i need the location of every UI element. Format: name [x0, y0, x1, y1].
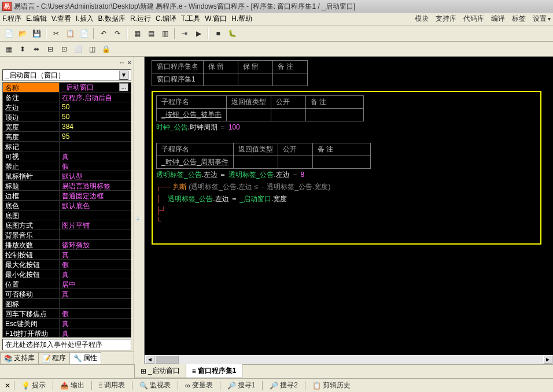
code-line-3[interactable]: ┌── 判断 (透明标签_公告.左边 ≤ －透明标签_公告.宽度): [156, 181, 537, 193]
sub2-name-cell[interactable]: _时钟_公告_周期事件: [157, 156, 234, 169]
status-search1[interactable]: 🔎搜寻1: [224, 380, 259, 390]
prop-row[interactable]: 最小化按钮真: [3, 269, 131, 279]
prop-row[interactable]: 左边50: [3, 102, 131, 112]
prop-value[interactable]: 95: [60, 132, 131, 141]
procset-name-cell[interactable]: 窗口程序集1: [152, 73, 204, 86]
status-expand-icon[interactable]: ✕: [5, 382, 10, 390]
prop-value[interactable]: [60, 210, 131, 220]
prop-value[interactable]: _启动窗口...: [60, 83, 131, 92]
prop-value[interactable]: 图片平铺: [60, 220, 131, 230]
menu-view[interactable]: V.查看: [51, 14, 71, 24]
doc-tab-window[interactable]: ⊞_启动窗口: [134, 364, 186, 378]
prop-value[interactable]: 真: [60, 151, 131, 161]
prop-row[interactable]: 鼠标指针默认型: [3, 171, 131, 181]
scroll-right-icon[interactable]: ►: [543, 356, 552, 364]
bug-icon[interactable]: 🐛: [226, 27, 238, 40]
sidebar-close-icon[interactable]: ×: [128, 59, 131, 66]
layout1-icon[interactable]: ▦: [131, 27, 143, 40]
prop-value[interactable]: [60, 230, 131, 239]
status-cliphistory[interactable]: 📋剪辑历史: [309, 380, 354, 390]
prop-value[interactable]: 假: [60, 260, 131, 269]
status-calltable[interactable]: ⦙⦙⦙调用表: [95, 380, 128, 390]
prop-row[interactable]: 可视真: [3, 151, 131, 161]
grid1-icon[interactable]: ▦: [2, 43, 15, 56]
menu-codelib[interactable]: 代码库: [463, 14, 484, 24]
prop-value[interactable]: 默认型: [60, 171, 131, 180]
menu-database[interactable]: B.数据库: [98, 14, 126, 24]
tab-supportlib[interactable]: 📚支持库: [0, 352, 39, 364]
status-vars[interactable]: ∞变量表: [182, 380, 216, 390]
prop-row[interactable]: 底色默认底色: [3, 201, 131, 210]
code-line-1[interactable]: 时钟_公告.时钟周期 ＝ 100: [156, 121, 537, 134]
prop-value[interactable]: [60, 142, 131, 151]
prop-value[interactable]: 普通固定边框: [60, 191, 131, 200]
size2-icon[interactable]: ◫: [86, 43, 98, 56]
menu-help[interactable]: H.帮助: [231, 14, 252, 24]
scroll-left-icon[interactable]: ◄: [145, 356, 154, 364]
prop-value[interactable]: 循环播放: [60, 240, 131, 249]
dock-icon[interactable]: ↔: [119, 59, 126, 66]
menu-edit[interactable]: E.编辑: [26, 14, 46, 24]
prop-value[interactable]: 50: [60, 112, 131, 121]
prop-row[interactable]: 可否移动真: [3, 289, 131, 299]
menu-run[interactable]: R.运行: [130, 14, 151, 24]
prop-value[interactable]: 真: [60, 319, 131, 328]
menu-supportlib[interactable]: 支持库: [436, 14, 456, 24]
sub1-name-cell[interactable]: _按钮_公告_被单击: [157, 109, 227, 121]
prop-row[interactable]: 背景音乐: [3, 230, 131, 240]
prop-value[interactable]: 真: [60, 328, 131, 338]
prop-value[interactable]: 居中: [60, 279, 131, 289]
prop-value[interactable]: 384: [60, 122, 131, 131]
prop-row[interactable]: 图标: [3, 299, 131, 309]
prop-value[interactable]: 假: [60, 309, 131, 318]
menu-label[interactable]: 标签: [512, 14, 526, 24]
new-file-icon[interactable]: 📄: [2, 27, 15, 40]
prop-row[interactable]: 宽度384: [3, 122, 131, 132]
object-combo[interactable]: _启动窗口（窗口） ▼: [2, 69, 131, 81]
prop-row[interactable]: F1键打开帮助真: [3, 328, 131, 338]
prop-row[interactable]: 位置居中: [3, 279, 131, 289]
combo-dropdown-icon[interactable]: ▼: [119, 71, 128, 80]
prop-value[interactable]: 在程序.启动后自: [60, 93, 131, 102]
menu-settings[interactable]: 设置▾: [533, 14, 551, 24]
menu-insert[interactable]: I.插入: [76, 14, 94, 24]
prop-row[interactable]: 名称_启动窗口...: [3, 83, 131, 93]
prop-row[interactable]: 顶边50: [3, 112, 131, 122]
run-icon[interactable]: ▶: [192, 27, 205, 40]
prop-row[interactable]: 回车下移焦点假: [3, 309, 131, 319]
menu-tools[interactable]: T.工具: [181, 14, 200, 24]
menu-module[interactable]: 模块: [415, 14, 429, 24]
doc-tab-procset[interactable]: ≡窗口程序集1: [186, 364, 243, 378]
lock-icon[interactable]: 🔒: [99, 43, 112, 56]
step-icon[interactable]: ⇥: [178, 27, 191, 40]
prop-value[interactable]: 易语言透明标签: [60, 181, 131, 190]
prop-value[interactable]: 假: [60, 161, 131, 171]
prop-value[interactable]: [60, 299, 131, 308]
prop-row[interactable]: Esc键关闭真: [3, 319, 131, 328]
status-watch[interactable]: 🔍监视表: [136, 380, 174, 390]
redo-icon[interactable]: ↷: [111, 27, 124, 40]
prop-value[interactable]: 50: [60, 102, 131, 112]
tab-program[interactable]: 📝程序: [38, 352, 70, 364]
prop-value[interactable]: 真: [60, 250, 131, 259]
layout2-icon[interactable]: ▤: [145, 27, 157, 40]
undo-icon[interactable]: ↶: [97, 27, 110, 40]
prop-row[interactable]: 禁止假: [3, 161, 131, 171]
menu-file[interactable]: F.程序: [2, 14, 21, 24]
code-line-5[interactable]: ├┘: [156, 205, 537, 216]
status-hint[interactable]: 💡提示: [18, 380, 49, 390]
menu-window[interactable]: W.窗口: [205, 14, 227, 24]
size1-icon[interactable]: ⬜: [72, 43, 84, 56]
code-line-4[interactable]: │ 透明标签_公告.左边 ＝ _启动窗口.宽度: [156, 193, 537, 205]
event-combo[interactable]: 在此处选择加入事件处理子程序: [2, 339, 131, 350]
cut-icon[interactable]: ✂: [50, 27, 62, 40]
prop-value[interactable]: 真: [60, 269, 131, 279]
prop-browse-button[interactable]: ...: [119, 83, 128, 91]
property-grid[interactable]: 名称_启动窗口...备注在程序.启动后自左边50顶边50宽度384高度95标记可…: [2, 82, 131, 338]
align-v-icon[interactable]: ⬌: [30, 43, 43, 56]
tab-properties[interactable]: 🔧属性: [69, 352, 101, 364]
open-file-icon[interactable]: 📂: [16, 27, 29, 40]
menu-build[interactable]: 编译: [491, 14, 505, 24]
prop-row[interactable]: 底图: [3, 210, 131, 220]
status-output[interactable]: 📤输出: [57, 380, 88, 390]
